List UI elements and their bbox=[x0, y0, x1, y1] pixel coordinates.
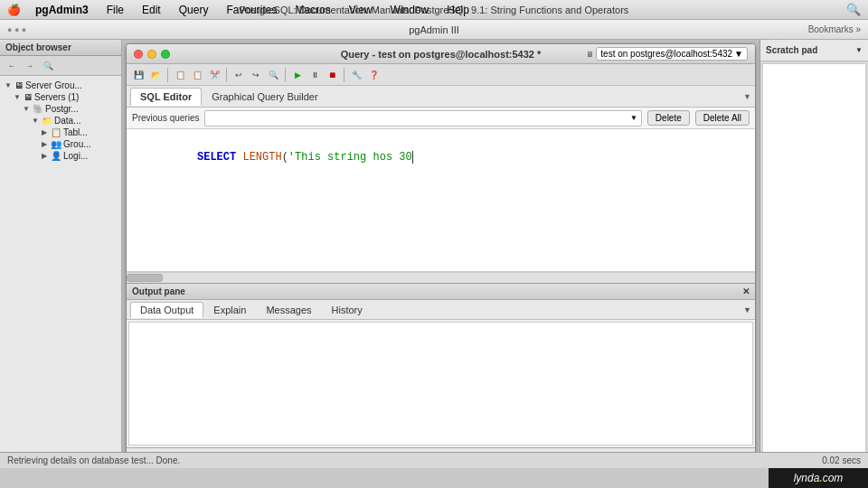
tab-explain[interactable]: Explain bbox=[203, 302, 256, 318]
tab-data-output[interactable]: Data Output bbox=[130, 302, 203, 318]
sidebar-toolbar: ← → 🔍 bbox=[0, 56, 121, 76]
toolbar-help-btn[interactable]: ❓ bbox=[365, 67, 382, 83]
tree-arrow-database: ▼ bbox=[31, 117, 40, 125]
tree-arrow: ▼ bbox=[4, 81, 13, 89]
close-traffic-light[interactable] bbox=[134, 50, 143, 59]
toolbar-run-btn[interactable]: ▶ bbox=[289, 67, 306, 83]
tab-graphical-query[interactable]: Graphical Query Builder bbox=[202, 88, 327, 106]
output-tabs: Data Output Explain Messages History ▼ bbox=[127, 300, 755, 320]
main-layout: Object browser ← → 🔍 ▼ 🖥 Server Grou... … bbox=[0, 40, 868, 468]
toolbar-settings-btn[interactable]: 🔧 bbox=[348, 67, 364, 83]
lynda-name: lynda bbox=[794, 472, 820, 484]
logins-icon: 👤 bbox=[51, 151, 61, 161]
sql-editor[interactable]: SELECT LENGTH('This string hos 30 bbox=[127, 129, 755, 272]
editor-pane-dropdown[interactable]: ▼ bbox=[743, 92, 751, 101]
tree-item-tables[interactable]: ▶ 📋 Tabl... bbox=[0, 127, 121, 138]
menu-query[interactable]: Query bbox=[175, 2, 212, 18]
database-icon: 📁 bbox=[42, 116, 52, 126]
tab-sql-editor[interactable]: SQL Editor bbox=[130, 88, 202, 106]
sidebar-toolbar-btn-2[interactable]: → bbox=[22, 58, 38, 74]
logins-label: Logi... bbox=[63, 151, 88, 161]
output-pane-label: Output pane bbox=[132, 286, 185, 296]
sidebar-toolbar-btn-3[interactable]: 🔍 bbox=[40, 58, 56, 74]
traffic-lights bbox=[134, 50, 170, 59]
toolbar-sep-4 bbox=[344, 68, 344, 82]
bookmarks-button[interactable]: Bookmarks » bbox=[808, 24, 861, 34]
menu-file[interactable]: File bbox=[103, 2, 127, 18]
toolbar-save-btn[interactable]: 💾 bbox=[130, 67, 146, 83]
tree-item-logins[interactable]: ▶ 👤 Logi... bbox=[0, 150, 121, 162]
output-pane-header: Output pane ✕ bbox=[127, 284, 755, 300]
menubar-search-icon[interactable]: 🔍 bbox=[846, 3, 861, 16]
connection-dropdown[interactable]: test on postgres@localhost:5432 ▼ bbox=[596, 47, 748, 61]
content-area: Query - test on postgres@localhost:5432 … bbox=[122, 40, 760, 468]
scratch-pad-dropdown-icon[interactable]: ▼ bbox=[855, 46, 863, 54]
maximize-traffic-light[interactable] bbox=[161, 50, 170, 59]
minimize-traffic-light[interactable] bbox=[147, 50, 156, 59]
tree-arrow-servers: ▼ bbox=[13, 93, 22, 101]
sidebar-tree: ▼ 🖥 Server Grou... ▼ 🖥 Servers (1) ▼ 🐘 P… bbox=[0, 76, 121, 468]
toolbar-paste-btn[interactable]: 📋 bbox=[189, 67, 205, 83]
sql-keyword-select: SELECT bbox=[197, 151, 242, 164]
dropdown-arrow-icon: ▼ bbox=[734, 49, 743, 59]
query-titlebar: Query - test on postgres@localhost:5432 … bbox=[127, 44, 755, 64]
sidebar: Object browser ← → 🔍 ▼ 🖥 Server Grou... … bbox=[0, 40, 122, 468]
apple-menu-icon[interactable]: 🍎 bbox=[7, 4, 21, 16]
sql-function-length: LENGTH bbox=[242, 151, 281, 164]
connection-selector[interactable]: 🖥 test on postgres@localhost:5432 ▼ bbox=[586, 47, 748, 61]
toolbar-search-btn[interactable]: 🔍 bbox=[265, 67, 281, 83]
toolbar-open-btn[interactable]: 📂 bbox=[147, 67, 164, 83]
tree-item-groups[interactable]: ▶ 👥 Grou... bbox=[0, 138, 121, 150]
toolbar-undo-btn[interactable]: ↩ bbox=[231, 67, 247, 83]
prev-queries-dropdown[interactable]: ▼ bbox=[204, 110, 641, 127]
query-window: Query - test on postgres@localhost:5432 … bbox=[126, 43, 756, 465]
tree-arrow-logins: ▶ bbox=[40, 152, 49, 160]
postgres-icon: 🐘 bbox=[33, 104, 43, 114]
tree-item-server-group[interactable]: ▼ 🖥 Server Grou... bbox=[0, 80, 121, 91]
output-close-button[interactable]: ✕ bbox=[742, 286, 750, 296]
tree-arrow-tables: ▶ bbox=[40, 128, 49, 136]
h-scrollbar[interactable] bbox=[127, 272, 755, 283]
toolbar-copy-btn[interactable]: 📋 bbox=[172, 67, 188, 83]
sidebar-header: Object browser bbox=[0, 40, 121, 56]
app-status-time: 0.02 secs bbox=[822, 455, 861, 465]
server-group-icon: 🖥 bbox=[14, 80, 24, 90]
h-scrollbar-thumb[interactable] bbox=[127, 274, 163, 282]
menu-pgadmin3[interactable]: pgAdmin3 bbox=[32, 2, 92, 18]
lynda-watermark: lynda.com bbox=[769, 468, 868, 488]
traffic-light-area: ● ● ● bbox=[7, 25, 26, 34]
sidebar-toolbar-btn-1[interactable]: ← bbox=[4, 58, 20, 74]
toolbar-redo-btn[interactable]: ↪ bbox=[248, 67, 264, 83]
scratch-pad-content[interactable] bbox=[762, 63, 866, 466]
tree-item-database[interactable]: ▼ 📁 Data... bbox=[0, 115, 121, 127]
toolbar-stop-btn[interactable]: ⏹ bbox=[324, 67, 340, 83]
tree-item-servers[interactable]: ▼ 🖥 Servers (1) bbox=[0, 91, 121, 103]
query-toolbar: 💾 📂 📋 📋 ✂️ ↩ ↪ 🔍 ▶ ⏸ ⏹ 🔧 ❓ bbox=[127, 64, 755, 86]
toolbar-run-explain-btn[interactable]: ⏸ bbox=[307, 67, 323, 83]
toolbar-sep-2 bbox=[226, 68, 227, 82]
tree-arrow-groups: ▶ bbox=[40, 140, 49, 148]
app-chrome-title: pgAdmin III bbox=[409, 24, 459, 35]
editor-tabs: SQL Editor Graphical Query Builder ▼ bbox=[127, 86, 755, 108]
toolbar-sep-3 bbox=[285, 68, 286, 82]
output-content-area bbox=[128, 322, 753, 446]
lynda-logo-text: lynda.com bbox=[794, 472, 844, 484]
output-tab-dropdown-icon[interactable]: ▼ bbox=[743, 305, 751, 314]
sql-string-value: 'This string hos 30 bbox=[288, 151, 412, 164]
delete-all-queries-button[interactable]: Delete All bbox=[695, 110, 750, 126]
toolbar-cut-btn[interactable]: ✂️ bbox=[206, 67, 222, 83]
groups-label: Grou... bbox=[63, 139, 91, 149]
app-titlebar: ● ● ● pgAdmin III Bookmarks » bbox=[0, 20, 868, 40]
postgres-label: Postgr... bbox=[45, 104, 79, 114]
query-window-title: Query - test on postgres@localhost:5432 … bbox=[341, 49, 542, 60]
menu-edit[interactable]: Edit bbox=[138, 2, 165, 18]
servers-label: Servers (1) bbox=[34, 92, 79, 102]
delete-query-button[interactable]: Delete bbox=[647, 110, 690, 126]
app-status-bar: Retrieving details on database test... D… bbox=[0, 452, 868, 468]
mac-menubar: 🍎 pgAdmin3 File Edit Query Favourites Ma… bbox=[0, 0, 868, 20]
conn-icon: 🖥 bbox=[586, 50, 594, 59]
tree-item-postgres[interactable]: ▼ 🐘 Postgr... bbox=[0, 103, 121, 115]
server-group-label: Server Grou... bbox=[25, 80, 82, 90]
tab-history[interactable]: History bbox=[322, 302, 373, 318]
tab-messages[interactable]: Messages bbox=[256, 302, 321, 318]
